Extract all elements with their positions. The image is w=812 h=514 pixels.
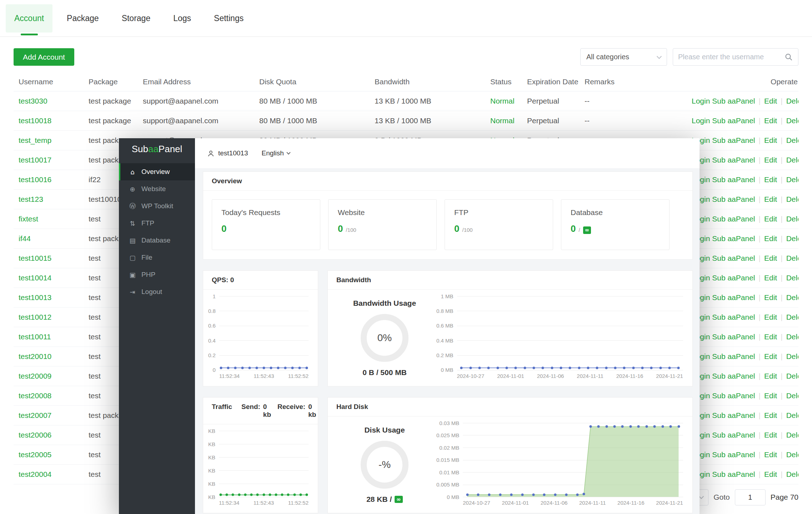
- username-link[interactable]: test_temp: [14, 130, 84, 150]
- login-sub-aapanel-link[interactable]: Login Sub aaPanel: [692, 97, 755, 105]
- login-sub-aapanel-link[interactable]: Login Sub aaPanel: [692, 293, 755, 301]
- edit-link[interactable]: Edit: [764, 195, 777, 203]
- username-link[interactable]: test20008: [14, 386, 84, 405]
- username-link[interactable]: test10016: [14, 170, 84, 189]
- language-select[interactable]: English: [261, 149, 290, 157]
- sidebar-item-ftp[interactable]: ⇅FTP: [119, 215, 195, 232]
- edit-link[interactable]: Edit: [764, 234, 777, 243]
- search-icon[interactable]: [785, 53, 793, 61]
- username-link[interactable]: test10014: [14, 268, 84, 288]
- edit-link[interactable]: Edit: [764, 136, 777, 144]
- edit-link[interactable]: Edit: [764, 97, 777, 105]
- delete-link[interactable]: Delete: [786, 313, 798, 321]
- login-sub-aapanel-link[interactable]: Login Sub aaPanel: [692, 470, 755, 478]
- username-link[interactable]: test20007: [14, 405, 84, 425]
- login-sub-aapanel-link[interactable]: Login Sub aaPanel: [692, 450, 755, 459]
- delete-link[interactable]: Delete: [786, 254, 798, 262]
- delete-link[interactable]: Delete: [786, 333, 798, 341]
- tab-package[interactable]: Package: [58, 4, 107, 33]
- sidebar-item-database[interactable]: ▤Database: [119, 232, 195, 249]
- username-link[interactable]: if44: [14, 229, 84, 248]
- login-sub-aapanel-link[interactable]: Login Sub aaPanel: [692, 431, 755, 439]
- delete-link[interactable]: Delete: [786, 234, 798, 243]
- username-link[interactable]: test10013: [14, 288, 84, 307]
- tab-logs[interactable]: Logs: [165, 4, 200, 33]
- delete-link[interactable]: Delete: [786, 411, 798, 419]
- topbar-username[interactable]: test10013: [218, 149, 248, 157]
- username-link[interactable]: test10012: [14, 307, 84, 327]
- edit-link[interactable]: Edit: [764, 431, 777, 439]
- tab-settings[interactable]: Settings: [205, 4, 252, 33]
- sidebar-item-overview[interactable]: ⌂Overview: [119, 163, 195, 180]
- delete-link[interactable]: Delete: [786, 391, 798, 400]
- edit-link[interactable]: Edit: [764, 372, 777, 380]
- delete-link[interactable]: Delete: [786, 450, 798, 459]
- sidebar-item-file[interactable]: ▢File: [119, 249, 195, 266]
- tab-account[interactable]: Account: [6, 4, 52, 33]
- delete-link[interactable]: Delete: [786, 175, 798, 184]
- delete-link[interactable]: Delete: [786, 195, 798, 203]
- login-sub-aapanel-link[interactable]: Login Sub aaPanel: [692, 116, 755, 125]
- delete-link[interactable]: Delete: [786, 156, 798, 164]
- delete-link[interactable]: Delete: [786, 372, 798, 380]
- username-link[interactable]: test10015: [14, 248, 84, 268]
- login-sub-aapanel-link[interactable]: Login Sub aaPanel: [692, 234, 755, 243]
- sidebar-item-website[interactable]: ⊕Website: [119, 180, 195, 198]
- login-sub-aapanel-link[interactable]: Login Sub aaPanel: [692, 156, 755, 164]
- edit-link[interactable]: Edit: [764, 391, 777, 400]
- search-input[interactable]: [678, 53, 785, 61]
- login-sub-aapanel-link[interactable]: Login Sub aaPanel: [692, 254, 755, 262]
- login-sub-aapanel-link[interactable]: Login Sub aaPanel: [692, 274, 755, 282]
- username-link[interactable]: test20009: [14, 366, 84, 386]
- username-link[interactable]: test123: [14, 189, 84, 209]
- sidebar-item-wp-toolkit[interactable]: ⓌWP Toolkit: [119, 198, 195, 215]
- delete-link[interactable]: Delete: [786, 274, 798, 282]
- login-sub-aapanel-link[interactable]: Login Sub aaPanel: [692, 175, 755, 184]
- edit-link[interactable]: Edit: [764, 254, 777, 262]
- username-link[interactable]: test3030: [14, 91, 84, 111]
- add-account-button[interactable]: Add Account: [14, 48, 74, 66]
- sidebar-item-php[interactable]: ▣PHP: [119, 266, 195, 283]
- edit-link[interactable]: Edit: [764, 156, 777, 164]
- edit-link[interactable]: Edit: [764, 470, 777, 478]
- edit-link[interactable]: Edit: [764, 333, 777, 341]
- edit-link[interactable]: Edit: [764, 450, 777, 459]
- delete-link[interactable]: Delete: [786, 116, 798, 125]
- login-sub-aapanel-link[interactable]: Login Sub aaPanel: [692, 195, 755, 203]
- delete-link[interactable]: Delete: [786, 352, 798, 360]
- delete-link[interactable]: Delete: [786, 293, 798, 301]
- username-link[interactable]: test10017: [14, 150, 84, 170]
- delete-link[interactable]: Delete: [786, 97, 798, 105]
- edit-link[interactable]: Edit: [764, 274, 777, 282]
- username-link[interactable]: test20006: [14, 425, 84, 445]
- username-link[interactable]: test10011: [14, 327, 84, 346]
- login-sub-aapanel-link[interactable]: Login Sub aaPanel: [692, 136, 755, 144]
- edit-link[interactable]: Edit: [764, 116, 777, 125]
- login-sub-aapanel-link[interactable]: Login Sub aaPanel: [692, 352, 755, 360]
- edit-link[interactable]: Edit: [764, 313, 777, 321]
- login-sub-aapanel-link[interactable]: Login Sub aaPanel: [692, 313, 755, 321]
- edit-link[interactable]: Edit: [764, 352, 777, 360]
- delete-link[interactable]: Delete: [786, 470, 798, 478]
- username-link[interactable]: test20005: [14, 445, 84, 464]
- username-link[interactable]: fixtest: [14, 209, 84, 229]
- login-sub-aapanel-link[interactable]: Login Sub aaPanel: [692, 215, 755, 223]
- sidebar-item-logout[interactable]: ⇥Logout: [119, 283, 195, 300]
- edit-link[interactable]: Edit: [764, 293, 777, 301]
- login-sub-aapanel-link[interactable]: Login Sub aaPanel: [692, 333, 755, 341]
- login-sub-aapanel-link[interactable]: Login Sub aaPanel: [692, 391, 755, 400]
- edit-link[interactable]: Edit: [764, 215, 777, 223]
- delete-link[interactable]: Delete: [786, 215, 798, 223]
- delete-link[interactable]: Delete: [786, 431, 798, 439]
- goto-page-input[interactable]: [735, 489, 766, 505]
- username-link[interactable]: test20004: [14, 464, 84, 484]
- login-sub-aapanel-link[interactable]: Login Sub aaPanel: [692, 411, 755, 419]
- username-link[interactable]: test10018: [14, 111, 84, 130]
- tab-storage[interactable]: Storage: [113, 4, 159, 33]
- edit-link[interactable]: Edit: [764, 411, 777, 419]
- login-sub-aapanel-link[interactable]: Login Sub aaPanel: [692, 372, 755, 380]
- category-filter-select[interactable]: All categories: [580, 48, 667, 66]
- delete-link[interactable]: Delete: [786, 136, 798, 144]
- edit-link[interactable]: Edit: [764, 175, 777, 184]
- username-link[interactable]: test20010: [14, 346, 84, 366]
